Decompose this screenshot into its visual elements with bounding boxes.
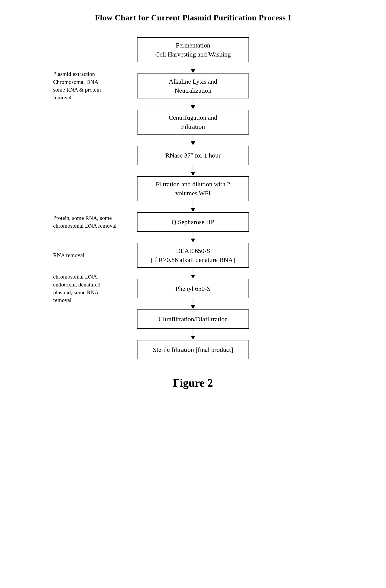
process-box-3: Centrifugation andFiltration [137,110,249,135]
flow-row-10: Sterile filtration [final product] [53,340,333,359]
process-box-10: Sterile filtration [final product] [137,340,249,359]
arrow-9 [190,329,196,340]
flow-row-1: FermentationCell Harvesting and Washing [53,37,333,62]
svg-marker-1 [191,69,195,73]
process-box-9: Ultrafiltration/Diafiltration [137,310,249,329]
process-box-5: Filtration and dilution with 2volumes WF… [137,176,249,201]
arrow-5 [190,201,196,212]
svg-marker-5 [191,141,195,145]
svg-marker-11 [191,239,195,242]
side-label-8: chromosomal DNA,endotoxin, denaturedplas… [53,273,122,304]
flow-row-5: Filtration and dilution with 2volumes WF… [53,176,333,201]
svg-marker-17 [191,336,195,339]
flow-row-7: RNA removal DEAE 650-S[if R>0.86 alkali … [53,243,333,268]
process-box-4: RNase 37° for 1 hour [137,146,249,165]
figure-label: Figure 2 [173,377,213,389]
process-box-2: Alkaline Lysis andNeutralization [137,74,249,98]
arrow-2 [190,98,196,110]
arrow-6 [190,232,196,243]
process-box-7: DEAE 650-S[if R>0.86 alkali denature RNA… [137,243,249,268]
arrow-8 [190,298,196,310]
svg-marker-9 [191,208,195,212]
arrow-3 [190,135,196,146]
page-title: Flow Chart for Current Plasmid Purificat… [95,13,291,22]
flow-row-3: Centrifugation andFiltration [53,110,333,135]
svg-marker-15 [191,305,195,309]
process-box-1: FermentationCell Harvesting and Washing [137,37,249,62]
process-box-6: Q Sepharose HP [137,212,249,232]
flow-row-8: chromosomal DNA,endotoxin, denaturedplas… [53,279,333,298]
arrow-1 [190,62,196,74]
svg-marker-7 [191,172,195,176]
arrow-4 [190,165,196,176]
flow-row-2: Plasmid extractionChromosomal DNAsome RN… [53,74,333,98]
process-box-8: Phenyl 650-S [137,279,249,298]
flow-row-4: RNase 37° for 1 hour [53,146,333,165]
flowchart: FermentationCell Harvesting and Washing … [53,37,333,359]
svg-marker-3 [191,105,195,109]
arrow-7 [190,268,196,279]
side-label-2: Plasmid extractionChromosomal DNAsome RN… [53,70,122,102]
flow-row-6: Protein, some RNA, somechromosomal DNA r… [53,212,333,232]
flow-row-9: Ultrafiltration/Diafiltration [53,310,333,329]
page: Flow Chart for Current Plasmid Purificat… [53,13,333,389]
side-label-7: RNA removal [53,252,122,259]
side-label-6: Protein, some RNA, somechromosomal DNA r… [53,214,122,230]
svg-marker-13 [191,275,195,278]
